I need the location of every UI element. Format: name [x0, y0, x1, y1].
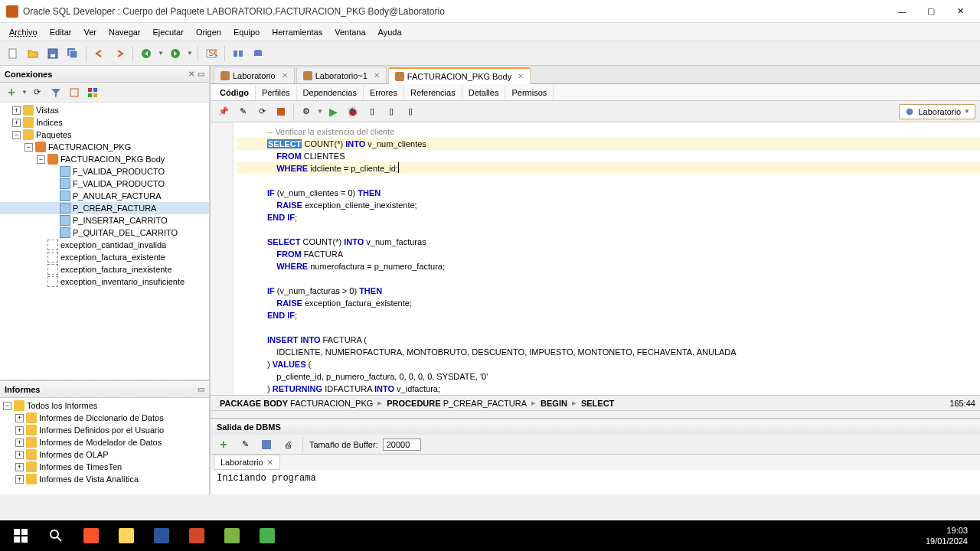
dbms-enable-icon[interactable]: +	[215, 436, 232, 453]
sub-tab[interactable]: Errores	[364, 86, 404, 99]
menu-navegar[interactable]: Navegar	[103, 25, 147, 39]
tree-node[interactable]: −FACTURACION_PKG	[0, 141, 209, 153]
tab-close-icon[interactable]: ✕	[518, 72, 524, 80]
menu-archivo[interactable]: Archivo	[3, 25, 44, 39]
bookmark-prev-icon[interactable]: ▯	[402, 103, 419, 120]
tree-node[interactable]: exception_factura_inexistente	[0, 263, 209, 276]
bookmark-icon[interactable]: ▯	[364, 103, 381, 120]
code-line[interactable]: SELECT COUNT(*) INTO v_num_facturas	[237, 236, 980, 248]
code-line[interactable]: END IF;	[237, 211, 980, 223]
dbms-tab-close-icon[interactable]: ✕	[266, 458, 273, 468]
taskbar-app-word[interactable]	[144, 520, 179, 551]
code-line[interactable]: SELECT COUNT(*) INTO v_num_clientes	[237, 138, 980, 150]
sub-tab[interactable]: Código	[214, 86, 256, 99]
menu-origen[interactable]: Origen	[190, 25, 227, 39]
menu-equipo[interactable]: Equipo	[227, 25, 266, 39]
code-line[interactable]: RAISE exception_factura_existente;	[237, 297, 980, 309]
menu-ejecutar[interactable]: Ejecutar	[147, 25, 190, 39]
redo-icon[interactable]	[111, 45, 128, 62]
tree-node[interactable]: +Informes de Modelador de Datos	[0, 436, 209, 448]
taskbar-app-explorer[interactable]	[109, 520, 144, 551]
connections-tree[interactable]: +Vistas+Índices−Paquetes−FACTURACION_PKG…	[0, 103, 209, 380]
tree-node[interactable]: −Paquetes	[0, 129, 209, 141]
connection-selector[interactable]: Laboratorio ▼	[899, 104, 975, 119]
menu-ver[interactable]: Ver	[77, 25, 103, 39]
buffer-input[interactable]	[383, 439, 421, 451]
taskbar-app-brave[interactable]	[74, 520, 109, 551]
minimize-button[interactable]: —	[888, 2, 916, 21]
menu-ventana[interactable]: Ventana	[328, 25, 371, 39]
tree-node[interactable]: P_ANULAR_FACTURA	[0, 190, 209, 202]
back-icon[interactable]	[138, 45, 155, 62]
save-all-icon[interactable]	[64, 45, 81, 62]
breadcrumb-item[interactable]: SELECT	[577, 399, 619, 408]
tree-toggle-icon[interactable]: −	[3, 402, 11, 410]
taskbar-clock[interactable]: 19:03 19/01/2024	[916, 525, 977, 547]
code-line[interactable]	[237, 223, 980, 236]
code-line[interactable]	[237, 174, 980, 187]
tree-toggle-icon[interactable]: +	[12, 106, 21, 115]
dba-icon[interactable]	[250, 45, 266, 62]
menu-ayuda[interactable]: Ayuda	[372, 25, 408, 39]
code-line[interactable]: END IF;	[237, 309, 980, 321]
pin-icon[interactable]: 📌	[215, 103, 232, 120]
tree-node[interactable]: F_VALIDA_PRODUCTO	[0, 178, 209, 190]
tab-close-icon[interactable]: ✕	[374, 71, 380, 80]
refresh-icon[interactable]: ⟳	[253, 103, 270, 120]
tree-node[interactable]: +Vistas	[0, 104, 209, 116]
tree-node[interactable]: +Informes Definidos por el Usuario	[0, 424, 209, 436]
tree-toggle-icon[interactable]: +	[15, 463, 24, 471]
sub-tab[interactable]: Perfiles	[256, 86, 297, 99]
editor-tab[interactable]: FACTURACION_PKG Body✕	[388, 67, 531, 84]
undo-icon[interactable]	[91, 45, 108, 62]
tree-toggle-icon[interactable]: −	[12, 131, 21, 139]
menu-editar[interactable]: Editar	[44, 25, 78, 39]
tree-node[interactable]: +Informes de Vista Analítica	[0, 473, 209, 485]
tns-icon[interactable]	[66, 84, 83, 101]
tree-node[interactable]: exception_cantidad_invalida	[0, 239, 209, 251]
tree-node[interactable]: −FACTURACION_PKG Body	[0, 153, 209, 165]
tree-node[interactable]: +Índices	[0, 116, 209, 129]
connections-minimize-icon[interactable]: ▭	[198, 70, 204, 78]
code-line[interactable]: RAISE exception_cliente_inexistente;	[237, 199, 980, 211]
sub-tab[interactable]: Dependencias	[297, 86, 364, 99]
debug-icon[interactable]: 🐞	[345, 103, 361, 120]
code-line[interactable]: FROM FACTURA	[237, 248, 980, 260]
start-button[interactable]	[3, 520, 38, 551]
breadcrumb-item[interactable]: BEGIN	[536, 399, 572, 408]
code-line[interactable]: p_cliente_id, p_numero_factura, 0, 0, 0,…	[237, 370, 980, 383]
code-editor[interactable]: -- Verificar la existencia del clienteSE…	[211, 122, 980, 395]
filter-icon[interactable]	[47, 84, 64, 101]
tree-toggle-icon[interactable]: +	[15, 426, 24, 435]
tree-toggle-icon[interactable]: −	[37, 155, 45, 164]
code-line[interactable]: FROM CLIENTES	[237, 150, 980, 162]
tree-toggle-icon[interactable]: +	[12, 119, 21, 127]
compile-icon[interactable]	[273, 103, 289, 120]
forward-icon[interactable]	[167, 45, 184, 62]
code-line[interactable]: WHERE idcliente = p_cliente_id;	[237, 162, 980, 174]
breadcrumb-item[interactable]: PROCEDURE P_CREAR_FACTURA	[382, 399, 531, 408]
tree-node[interactable]: exception_factura_existente	[0, 251, 209, 263]
new-icon[interactable]	[5, 45, 21, 62]
dbms-tab-laboratorio[interactable]: Laboratorio ✕	[214, 455, 280, 470]
tree-node[interactable]: +Informes de OLAP	[0, 448, 209, 461]
tree-toggle-icon[interactable]: +	[15, 439, 24, 447]
code-line[interactable]: IDCLIENTE, NUMEROFACTURA, MONTOBRUTO, DE…	[237, 346, 980, 358]
tree-node[interactable]: +Informes de TimesTen	[0, 461, 209, 473]
color-icon[interactable]	[84, 84, 101, 101]
tree-toggle-icon[interactable]: +	[15, 475, 24, 484]
dbms-output-icon[interactable]	[230, 45, 247, 62]
save-icon[interactable]	[44, 45, 61, 62]
code-line[interactable]: WHERE numerofactura = p_numero_factura;	[237, 260, 980, 272]
tree-node[interactable]: −Todos los Informes	[0, 399, 209, 412]
code-line[interactable]: -- Verificar la existencia del cliente	[237, 126, 980, 138]
tree-node[interactable]: P_QUITAR_DEL_CARRITO	[0, 227, 209, 239]
edit-icon[interactable]: ✎	[234, 103, 251, 120]
taskbar-app-powerpoint[interactable]	[179, 520, 214, 551]
run-icon[interactable]: ▶	[325, 103, 342, 120]
informes-tree[interactable]: −Todos los Informes+Informes de Dicciona…	[0, 398, 209, 494]
tree-node[interactable]: +Informes de Diccionario de Datos	[0, 412, 209, 424]
informes-minimize-icon[interactable]: ▭	[198, 385, 204, 393]
dbms-save-icon[interactable]	[258, 436, 275, 453]
breadcrumb-item[interactable]: PACKAGE BODY FACTURACION_PKG	[215, 399, 377, 408]
